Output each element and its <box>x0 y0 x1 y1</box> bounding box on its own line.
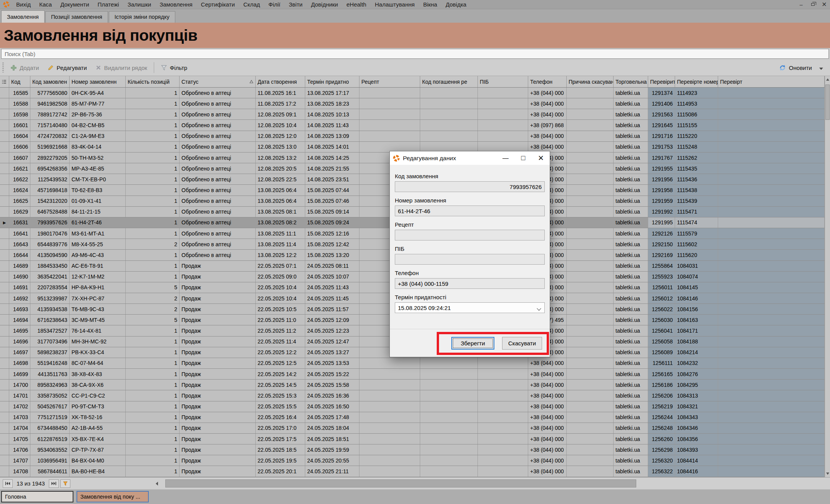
menu-item-11[interactable]: eHealth <box>342 0 371 9</box>
column-header-2[interactable]: Номер замовленн <box>70 76 126 87</box>
menu-item-0[interactable]: Вихід <box>12 0 35 9</box>
row-indicator <box>0 185 9 195</box>
cell <box>478 142 528 152</box>
vertical-scrollbar[interactable] <box>825 76 830 477</box>
filter-button[interactable]: Фільтр <box>156 61 191 74</box>
column-header-12[interactable]: Торговельна пла <box>614 76 648 87</box>
tab-0[interactable]: Замовлення <box>1 10 45 23</box>
menu-item-9[interactable]: Звіти <box>284 0 307 9</box>
row-indicator-header[interactable] <box>0 76 9 87</box>
tab-1[interactable]: Позиції замовлення <box>45 11 108 23</box>
refresh-dropdown-icon[interactable] <box>819 68 823 70</box>
field-nomer-zamovlennya[interactable]: 61-H4-2T-46 <box>395 206 545 216</box>
table-row[interactable]: 147069534063552CP-TP-7X-871Продаж22.05.2… <box>0 444 830 455</box>
last-page-button[interactable] <box>49 479 59 488</box>
tab-2[interactable]: Історія зміни порядку <box>109 11 175 23</box>
menu-item-7[interactable]: Склад <box>239 0 264 9</box>
column-header-13[interactable]: Перевірити <box>648 76 675 87</box>
menu-item-8[interactable]: Філії <box>264 0 284 9</box>
field-telefon[interactable]: +38 (044) 000-1159 <box>395 278 545 289</box>
menu-item-3[interactable]: Платежі <box>93 0 123 9</box>
cell <box>718 153 825 163</box>
cell: 1084156 <box>675 304 718 314</box>
column-header-7[interactable]: Рецепт <box>359 76 420 87</box>
delete-row-button[interactable]: Видалити рядок <box>91 61 151 74</box>
field-retsept[interactable] <box>395 230 545 240</box>
search-input[interactable] <box>1 49 829 59</box>
cell: CM-TX-EB-P0 <box>70 174 126 184</box>
table-row[interactable]: 147056122876519X5-BX-7E-K41Продаж22.05.2… <box>0 434 830 444</box>
table-row[interactable]: 147071036956491B4-BX-04-M01Продаж22.05.2… <box>0 455 830 466</box>
column-header-10[interactable]: Телефон <box>528 76 567 87</box>
vertical-scroll-thumb[interactable] <box>825 85 830 120</box>
column-header-11[interactable]: Причина скасування <box>567 76 614 87</box>
menu-item-13[interactable]: Вікна <box>419 0 442 9</box>
menu-item-1[interactable]: Каса <box>35 0 56 9</box>
table-row[interactable]: 166044724720832C1-2A-9M-E31Оброблено в а… <box>0 131 830 142</box>
column-header-4[interactable]: Статус <box>180 76 256 87</box>
menu-item-14[interactable]: Довідка <box>441 0 471 9</box>
save-button[interactable]: Зберегти <box>451 337 494 350</box>
cell: 12.08.2025 12:0 <box>256 131 305 141</box>
chevron-down-icon[interactable] <box>537 307 541 311</box>
column-header-9[interactable]: ПІБ <box>478 76 528 87</box>
table-row[interactable]: 16601715714048004-B2-CM-B51Оброблено в а… <box>0 120 830 131</box>
cancel-button[interactable]: Скасувати <box>502 337 542 350</box>
cell: 1084074 <box>675 272 718 282</box>
menu-item-5[interactable]: Замовлення <box>155 0 196 9</box>
column-header-0[interactable]: Код <box>9 76 30 87</box>
table-row[interactable]: 1658557775650800H-CK-95-A41Оброблено в а… <box>0 88 830 98</box>
column-header-15[interactable]: Перевірт <box>718 76 825 87</box>
menu-item-2[interactable]: Документи <box>56 0 93 9</box>
cell: 14707 <box>9 455 30 466</box>
first-page-button[interactable] <box>3 479 13 488</box>
cell <box>420 369 478 379</box>
table-row[interactable]: 147013358735052CC-P1-C9-C21Продаж22.05.2… <box>0 390 830 401</box>
table-row[interactable]: 1469855194162488C-07-M4-641Продаж22.05.2… <box>0 358 830 369</box>
column-header-14[interactable]: Перевірте номер <box>675 76 718 87</box>
toolbar-grip[interactable] <box>2 63 4 73</box>
menu-item-10[interactable]: Довідники <box>307 0 342 9</box>
table-row[interactable]: 147085867844611BA-B0-HE-B41Продаж22.05.2… <box>0 466 830 477</box>
table-row[interactable]: 147025045267617P0-9T-CM-T31Продаж22.05.2… <box>0 401 830 412</box>
add-button[interactable]: Додати <box>6 61 43 74</box>
field-label-retsept: Рецепт <box>395 221 545 228</box>
edit-button[interactable]: Редагувати <box>43 61 91 74</box>
table-row[interactable]: 16588946198250885-M7-PM-771Оброблено в а… <box>0 98 830 109</box>
minimize-window-icon[interactable]: – <box>795 0 807 9</box>
table-row[interactable]: 147037751271519XK-T8-52-161Продаж22.05.2… <box>0 412 830 423</box>
scroll-down-icon[interactable] <box>825 470 830 477</box>
pager-filter-button[interactable] <box>60 479 70 488</box>
dialog-close-icon[interactable]: ✕ <box>532 151 550 165</box>
restore-window-icon[interactable] <box>807 0 818 9</box>
field-pib[interactable] <box>395 254 545 265</box>
table-row[interactable]: 14699441351176338-X8-4X-831Продаж22.05.2… <box>0 369 830 380</box>
column-header-5[interactable]: Дата створення <box>256 76 305 87</box>
hscroll-left-icon[interactable] <box>153 480 161 487</box>
column-header-8[interactable]: Код погашення ре <box>420 76 478 87</box>
table-row[interactable]: 14700895832496338-CA-9X-X61Продаж22.05.2… <box>0 380 830 390</box>
cell <box>478 380 528 390</box>
horizontal-scroll-thumb[interactable] <box>165 479 636 487</box>
dialog-minimize-icon[interactable]: — <box>497 151 514 165</box>
refresh-button[interactable]: Оновити <box>775 61 816 74</box>
column-header-6[interactable]: Термін придатно <box>305 76 359 87</box>
table-row[interactable]: 1659878891727422P-B6-75-361Оброблено в а… <box>0 109 830 120</box>
column-header-3[interactable]: Кількість позицій <box>126 76 180 87</box>
field-kod-zamovlennya[interactable]: 7993957626 <box>395 181 545 192</box>
taskbar-button-1[interactable]: Замовлення від поку ... <box>77 491 149 502</box>
table-row[interactable]: 147046734488450A2-1B-A4-551Продаж22.05.2… <box>0 423 830 434</box>
dialog-maximize-icon[interactable]: □ <box>514 151 532 165</box>
menu-item-12[interactable]: Налаштування <box>371 0 419 9</box>
taskbar-button-0[interactable]: Головна <box>1 491 73 502</box>
cell: 2207283554 <box>30 282 70 293</box>
cell: 5196921668 <box>30 142 70 152</box>
field-termin-prydatnosti[interactable]: 15.08.2025 09:24:21 <box>395 302 545 313</box>
menu-item-4[interactable]: Залишки <box>123 0 156 9</box>
column-header-1[interactable]: Код замовлен <box>30 76 70 87</box>
scroll-up-icon[interactable] <box>825 76 830 83</box>
dialog-title-bar[interactable]: Редагування даних — □ ✕ <box>390 151 550 165</box>
menu-item-6[interactable]: Сертифікати <box>197 0 239 9</box>
close-window-icon[interactable]: ✕ <box>818 0 830 9</box>
cell <box>359 109 420 119</box>
